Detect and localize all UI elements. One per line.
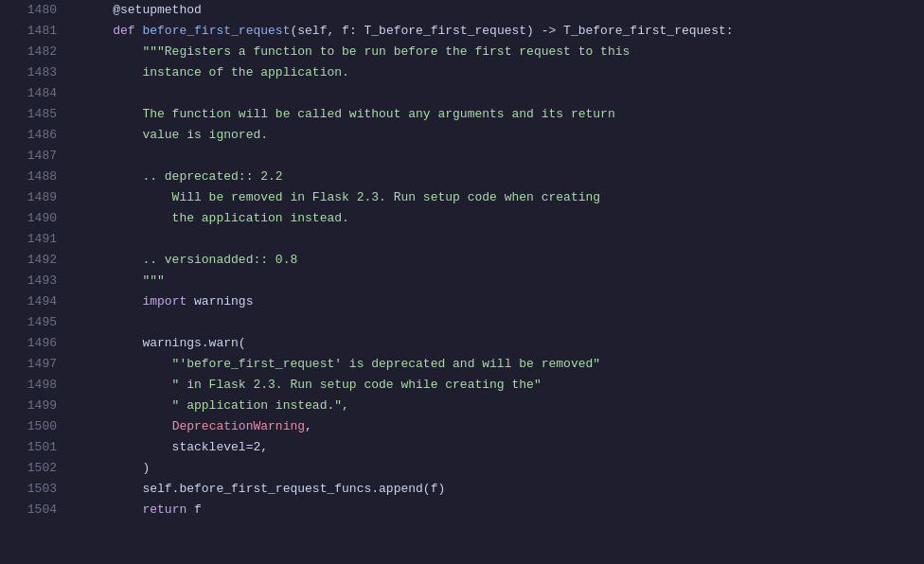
line-number: 1489 — [0, 187, 68, 208]
token-string: " application instead.", — [83, 398, 349, 413]
line-number: 1492 — [0, 250, 68, 271]
token-docstring: """ — [83, 273, 165, 288]
code-line: " in Flask 2.3. Run setup code while cre… — [83, 375, 924, 396]
line-number-gutter: 1480148114821483148414851486148714881489… — [0, 0, 68, 564]
code-line: self.before_first_request_funcs.append(f… — [83, 479, 924, 500]
code-editor: 1480148114821483148414851486148714881489… — [0, 0, 924, 564]
code-line — [83, 312, 924, 333]
code-line: """Registers a function to be run before… — [83, 42, 924, 62]
line-number: 1491 — [0, 229, 68, 250]
token-normal: @setupmethod — [83, 3, 202, 17]
token-normal: self.before_first_request_funcs.append(f… — [83, 482, 445, 496]
code-line: import warnings — [83, 291, 924, 312]
code-line: " application instead.", — [83, 396, 924, 416]
line-number: 1496 — [0, 333, 68, 354]
code-line: .. versionadded:: 0.8 — [83, 250, 924, 271]
code-line: "'before_first_request' is deprecated an… — [83, 354, 924, 375]
code-line: ) — [83, 458, 924, 479]
line-number: 1487 — [0, 146, 68, 167]
line-number: 1493 — [0, 271, 68, 291]
token-normal: (self, f: T_before_first_request) -> T_b… — [290, 24, 733, 38]
token-kw-import: import — [142, 294, 187, 308]
code-line — [83, 83, 924, 104]
code-line: Will be removed in Flask 2.3. Run setup … — [83, 187, 924, 208]
line-number: 1483 — [0, 62, 68, 83]
token-kw-def: def — [113, 24, 134, 38]
token-normal: stacklevel=2, — [83, 440, 268, 454]
token-docstring: .. versionadded:: 0.8 — [83, 253, 297, 267]
token-docstring: The function will be called without any … — [83, 107, 615, 121]
token-normal — [83, 419, 172, 433]
code-line: instance of the application. — [83, 62, 924, 83]
token-docstring: instance of the application. — [83, 65, 349, 79]
token-string: " in Flask 2.3. Run setup code while cre… — [83, 378, 542, 392]
token-docstring: value is ignored. — [83, 128, 268, 142]
token-docstring: the application instead. — [83, 211, 349, 225]
line-number: 1502 — [0, 458, 68, 479]
code-line: value is ignored. — [83, 125, 924, 146]
token-string: "'before_first_request' is deprecated an… — [83, 357, 600, 371]
line-number: 1500 — [0, 416, 68, 437]
line-number: 1488 — [0, 167, 68, 187]
token-normal: warnings — [187, 294, 253, 308]
line-number: 1503 — [0, 479, 68, 500]
line-number: 1484 — [0, 83, 68, 104]
code-line: stacklevel=2, — [83, 437, 924, 458]
line-number: 1499 — [0, 396, 68, 416]
code-line: The function will be called without any … — [83, 104, 924, 125]
line-number: 1490 — [0, 208, 68, 229]
token-normal: , — [305, 419, 312, 433]
code-line: DeprecationWarning, — [83, 416, 924, 437]
token-docstring: Will be removed in Flask 2.3. Run setup … — [83, 190, 600, 204]
line-number: 1480 — [0, 0, 68, 21]
token-fn-name: before_first_request — [142, 24, 290, 38]
code-line: """ — [83, 271, 924, 291]
line-number: 1482 — [0, 42, 68, 62]
token-kw-def: return — [142, 502, 187, 517]
line-number: 1494 — [0, 291, 68, 312]
code-line: return f — [83, 500, 924, 520]
line-number: 1495 — [0, 312, 68, 333]
code-content: @setupmethod def before_first_request(se… — [68, 0, 924, 564]
code-line — [83, 229, 924, 250]
code-line: def before_first_request(self, f: T_befo… — [83, 21, 924, 42]
code-line: .. deprecated:: 2.2 — [83, 167, 924, 187]
token-normal: warnings.warn( — [83, 336, 246, 350]
line-number: 1481 — [0, 21, 68, 42]
line-number: 1485 — [0, 104, 68, 125]
line-number: 1486 — [0, 125, 68, 146]
line-number: 1497 — [0, 354, 68, 375]
code-line: @setupmethod — [83, 0, 924, 21]
token-normal: ) — [83, 461, 150, 475]
line-number: 1498 — [0, 375, 68, 396]
token-class-name: DeprecationWarning — [172, 419, 305, 433]
token-docstring: .. deprecated:: 2.2 — [83, 169, 283, 184]
line-number: 1501 — [0, 437, 68, 458]
code-line: warnings.warn( — [83, 333, 924, 354]
token-normal: f — [187, 502, 202, 517]
token-normal — [83, 502, 142, 517]
token-docstring: """Registers a function to be run before… — [83, 44, 630, 59]
code-line — [83, 146, 924, 167]
token-normal — [83, 24, 113, 38]
line-number: 1504 — [0, 500, 68, 520]
token-normal — [83, 294, 142, 308]
code-line: the application instead. — [83, 208, 924, 229]
